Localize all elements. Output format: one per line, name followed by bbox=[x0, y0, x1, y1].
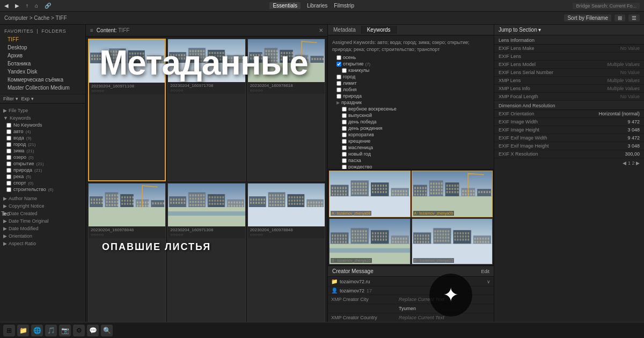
list-item[interactable]: осень bbox=[330, 54, 492, 61]
filmstrip-tab[interactable]: Filmstrip bbox=[334, 3, 354, 9]
pagination[interactable]: ◀ 1 2 ▶ bbox=[623, 160, 640, 166]
list-item[interactable]: крещение bbox=[330, 138, 492, 144]
list-item: XMP Focal Length No Value bbox=[494, 93, 644, 101]
list-item[interactable]: масленица bbox=[330, 144, 492, 151]
list-item[interactable]: новый год bbox=[330, 151, 492, 157]
list-item[interactable]: вербное воскресенье bbox=[330, 106, 492, 112]
table-row[interactable]: 20230204_160971308 ○○○○○ bbox=[167, 183, 245, 325]
sidebar-item-commercial[interactable]: Коммерческая съёмка bbox=[0, 76, 85, 84]
list-item: EXIF X Resolution 300,00 bbox=[494, 150, 644, 158]
search-bar[interactable]: Bridge Search: Current Fo... bbox=[573, 3, 640, 9]
preview-thumb-1[interactable]: A · tozaimov_zhenya08 bbox=[329, 171, 411, 217]
preview-thumb-2[interactable]: A · tozaimov_zhenya09 bbox=[412, 171, 493, 217]
taskbar-icon-search[interactable]: 🔍 bbox=[101, 325, 113, 336]
meta-label: XMP Focal Length bbox=[499, 94, 563, 99]
list-item[interactable]: город bbox=[330, 74, 492, 80]
date-created-filter[interactable]: ▶Date Created bbox=[0, 210, 85, 217]
list-item[interactable]: корпоратив bbox=[330, 131, 492, 138]
sidebar-item-archive[interactable]: Архив bbox=[0, 52, 85, 60]
sidebar-item-master[interactable]: Master Collection Medium bbox=[0, 84, 85, 92]
date-time-filter[interactable]: ▶Date Time Original bbox=[0, 217, 85, 225]
meta-label: EXIF Lens Make bbox=[499, 46, 563, 51]
jump-to-section[interactable]: Jump to Section ▾ bbox=[499, 27, 541, 33]
taskbar-icon-camera[interactable]: 📷 bbox=[59, 325, 71, 336]
meta-value: No Value bbox=[566, 46, 640, 51]
list-item[interactable]: природа bbox=[330, 93, 492, 99]
filter-label[interactable]: Filter ▾ bbox=[3, 96, 18, 101]
thumb-stars-1: ○○○○○ bbox=[91, 89, 163, 93]
sidebar-item-botanics[interactable]: Ботаника bbox=[0, 60, 85, 68]
username: tozaimov72 bbox=[340, 288, 364, 293]
list-item[interactable]: каникулы bbox=[330, 67, 492, 74]
menu-home[interactable]: ⌂ bbox=[35, 3, 38, 9]
date-modified-filter[interactable]: ▶Date Modified bbox=[0, 225, 85, 232]
panel-tabs: Metadata Keywords bbox=[328, 25, 494, 35]
essentials-tab[interactable]: Essentials bbox=[269, 2, 301, 9]
table-row[interactable]: 20230204_160978618 ○○○○○ bbox=[247, 39, 325, 181]
meta-value: 9 472 bbox=[566, 119, 640, 124]
list-item[interactable]: день победа bbox=[330, 119, 492, 125]
aspect-ratio-filter[interactable]: ▶Aspect Ratio bbox=[0, 240, 85, 247]
table-row[interactable]: 20230204_160971708 ○○○○○ bbox=[167, 39, 245, 181]
copyright-filter[interactable]: ▶Copyright Notice bbox=[0, 202, 85, 210]
sort-button[interactable]: Sort by Filename bbox=[564, 14, 611, 21]
preview-thumb-3[interactable]: B · tozaimov_zhenya10 bbox=[329, 218, 411, 265]
dimension-section-header[interactable]: Dimension And Resolution bbox=[494, 101, 644, 110]
list-item[interactable]: ▶ праздник bbox=[330, 99, 492, 106]
close-content-icon[interactable]: ✕ bbox=[319, 27, 323, 33]
taskbar-icon-chat[interactable]: 💬 bbox=[87, 325, 99, 336]
thumb-stars-5: ○○○○○ bbox=[170, 232, 243, 237]
meta-label: XMP Lens bbox=[499, 78, 563, 83]
meta-label: EXIF Lens Serial Number bbox=[499, 70, 563, 75]
list-item: XMP Creator Country Replace Current Text bbox=[328, 313, 494, 322]
list-item[interactable]: рождество bbox=[330, 164, 492, 169]
field-label: XMP Creator Country bbox=[331, 315, 396, 320]
author-filter[interactable]: ▶Author Name bbox=[0, 195, 85, 202]
menu-link[interactable]: 🔗 bbox=[45, 3, 51, 9]
teo-label: Teo bbox=[1, 211, 10, 217]
file-type-filter[interactable]: ▶ File Type bbox=[0, 107, 85, 114]
preview-thumb-4[interactable]: B · tozaimov_zhenya11 bbox=[412, 218, 493, 265]
menu-forward[interactable]: ▶ bbox=[15, 3, 19, 9]
view-button[interactable]: ⊞ bbox=[614, 14, 625, 21]
lens-section-header[interactable]: Lens Information bbox=[494, 35, 644, 45]
menu-back[interactable]: ◀ bbox=[4, 3, 9, 9]
thumb-name-1: 20230204_160971108 bbox=[91, 84, 163, 89]
list-item[interactable]: открытие (7) bbox=[330, 61, 492, 67]
thumb-canvas-2 bbox=[168, 39, 245, 82]
preview-canvas-1 bbox=[330, 171, 410, 217]
list-item[interactable]: выпускной bbox=[330, 112, 492, 119]
list-item: EXIF Image Height 3 048 bbox=[494, 126, 644, 134]
keywords-filter[interactable]: ▼ Keywords bbox=[0, 114, 85, 122]
taskbar-icon-settings[interactable]: ⚙ bbox=[73, 325, 85, 336]
sidebar-item-desktop[interactable]: Desktop bbox=[0, 43, 85, 52]
table-row[interactable]: 20230204_160971108 ○○○○○ bbox=[88, 39, 166, 181]
export-label[interactable]: Exp ▾ bbox=[21, 96, 34, 101]
taskbar-icon-music[interactable]: 🎵 bbox=[45, 325, 57, 336]
taskbar-icon-folder[interactable]: 📁 bbox=[17, 325, 29, 336]
list-item[interactable]: лимит bbox=[330, 80, 492, 86]
list-item[interactable]: лобня bbox=[330, 86, 492, 93]
menu-up[interactable]: ↑ bbox=[26, 3, 28, 9]
orientation-filter[interactable]: ▶Orientation bbox=[0, 232, 85, 240]
user-count: 17 bbox=[367, 288, 372, 293]
collapse-icon[interactable]: ∨ bbox=[487, 279, 491, 284]
preview-label-2: A · tozaimov_zhenya09 bbox=[413, 211, 454, 216]
taskbar-icon-browser[interactable]: 🌐 bbox=[31, 325, 43, 336]
tab-keywords[interactable]: Keywords bbox=[362, 26, 397, 34]
filter-zima: зима (21) bbox=[0, 148, 85, 154]
list-item[interactable]: день рождения bbox=[330, 125, 492, 131]
thumb-name-6: 20230204_160978848 bbox=[250, 227, 323, 232]
libraries-tab[interactable]: Libraries bbox=[307, 3, 327, 9]
tab-metadata[interactable]: Metadata bbox=[328, 26, 362, 34]
list-item[interactable]: пасха bbox=[330, 157, 492, 164]
sidebar-item-yandex[interactable]: Yandex Disk bbox=[0, 68, 85, 76]
taskbar-icon-windows[interactable]: ⊞ bbox=[3, 325, 15, 336]
filter-avto: авто (4) bbox=[0, 128, 85, 135]
edit-button[interactable]: Edit bbox=[481, 269, 489, 274]
sidebar-item-tiff[interactable]: TIFF bbox=[0, 35, 85, 43]
grid-button[interactable]: ☰ bbox=[628, 14, 640, 21]
table-row[interactable]: 20230204_160978848 ○○○○○ bbox=[247, 183, 325, 325]
thumb-name-3: 20230204_160978618 bbox=[250, 83, 323, 88]
table-row[interactable]: 20230204_160978848 ○○○○○ bbox=[88, 183, 166, 325]
